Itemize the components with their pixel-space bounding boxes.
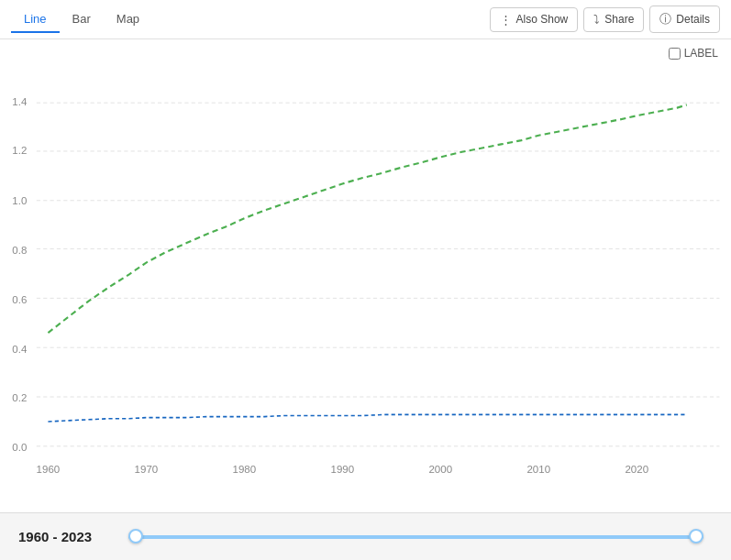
x-label-2020: 2020 <box>625 463 648 475</box>
slider-thumb-right[interactable] <box>689 529 703 544</box>
label-control[interactable]: LABEL <box>669 47 718 60</box>
chart-area: LABEL 1.4 1.2 1.0 0.8 0.6 0.4 0.2 0.0 19… <box>0 39 731 512</box>
x-label-2000: 2000 <box>428 463 452 475</box>
y-label-06: 0.6 <box>12 293 27 305</box>
year-range: 1960 - 2023 <box>18 529 119 544</box>
label-text: LABEL <box>684 47 718 60</box>
share-icon: ⤵ <box>593 13 600 27</box>
y-label-08: 0.8 <box>12 244 27 256</box>
y-label-04: 0.4 <box>12 342 28 354</box>
label-checkbox[interactable] <box>669 48 681 60</box>
tab-group: Line Bar Map <box>11 6 152 32</box>
also-show-button[interactable]: ⋮ Also Show <box>490 7 579 32</box>
y-label-14: 1.4 <box>12 95 28 107</box>
bottom-bar: 1960 - 2023 <box>0 512 731 560</box>
tab-map[interactable]: Map <box>104 6 152 33</box>
x-label-2010: 2010 <box>526 463 550 475</box>
chart-svg: 1.4 1.2 1.0 0.8 0.6 0.4 0.2 0.0 1960 197… <box>0 49 731 512</box>
share-button[interactable]: ⤵ Share <box>583 7 644 32</box>
slider-thumb-left[interactable] <box>128 529 143 544</box>
also-show-icon: ⋮ <box>500 13 512 27</box>
details-button[interactable]: ⓘ Details <box>649 5 720 33</box>
x-label-1960: 1960 <box>37 463 61 475</box>
y-label-02: 0.2 <box>12 391 27 403</box>
y-label-10: 1.0 <box>12 194 28 206</box>
y-label-12: 1.2 <box>12 144 27 156</box>
tab-bar[interactable]: Bar <box>60 6 104 33</box>
tab-line[interactable]: Line <box>11 6 60 33</box>
x-label-1980: 1980 <box>233 463 257 475</box>
slider-track-container[interactable] <box>128 534 703 540</box>
blue-line <box>48 414 686 422</box>
x-label-1970: 1970 <box>135 463 159 475</box>
info-icon: ⓘ <box>659 11 671 27</box>
y-label-00: 0.0 <box>12 441 28 453</box>
x-label-1990: 1990 <box>330 463 354 475</box>
slider-track <box>128 535 703 539</box>
toolbar: Line Bar Map ⋮ Also Show ⤵ Share ⓘ Detai… <box>0 0 731 39</box>
